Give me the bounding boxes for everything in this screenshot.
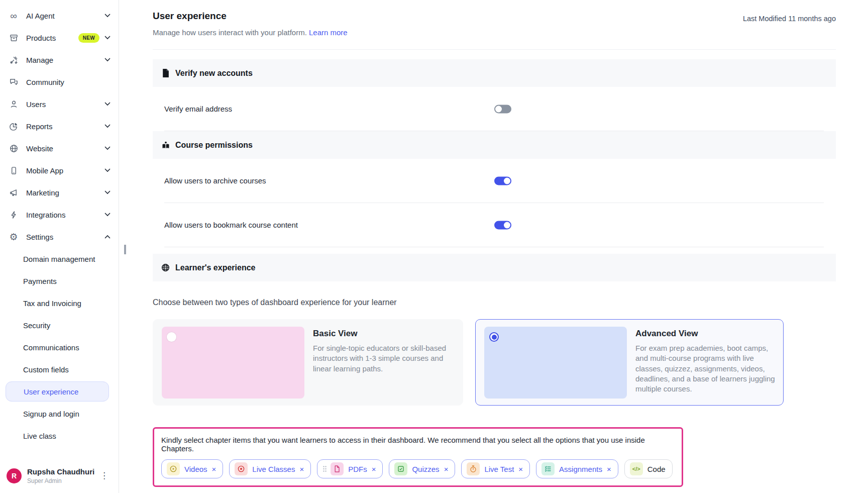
main-content: User experience Manage how users interac… bbox=[119, 0, 868, 493]
chip-label: Assignments bbox=[559, 465, 602, 473]
chip-code[interactable]: </> Code bbox=[624, 459, 673, 478]
remove-chip-icon[interactable]: × bbox=[299, 465, 304, 473]
sidebar-item-users[interactable]: Users bbox=[0, 93, 119, 115]
user-name: Rupsha Chaudhuri bbox=[27, 467, 97, 476]
pie-chart-icon bbox=[8, 121, 19, 132]
chip-live-classes[interactable]: Live Classes × bbox=[229, 459, 311, 478]
sidebar-item-label: Users bbox=[26, 100, 46, 109]
sidebar-item-settings[interactable]: ⚙ Settings bbox=[0, 226, 119, 248]
sidebar-item-reports[interactable]: Reports bbox=[0, 115, 119, 137]
sidebar-item-mobile-app[interactable]: Mobile App bbox=[0, 159, 119, 181]
chapter-items-highlight-box: Kindly select chapter items that you wan… bbox=[153, 427, 683, 487]
sidebar-item-integrations[interactable]: Integrations bbox=[0, 204, 119, 226]
sidebar-item-products[interactable]: Products NEW bbox=[0, 27, 119, 49]
page-subtitle: Manage how users interact with your plat… bbox=[153, 28, 348, 37]
chip-videos[interactable]: Videos × bbox=[161, 459, 223, 478]
sidebar-subitem-payments[interactable]: Payments bbox=[0, 270, 119, 292]
remove-chip-icon[interactable]: × bbox=[607, 465, 611, 473]
stopwatch-icon bbox=[467, 462, 480, 475]
chevron-down-icon bbox=[104, 36, 111, 40]
remove-chip-icon[interactable]: × bbox=[444, 465, 449, 473]
learn-more-link[interactable]: Learn more bbox=[309, 28, 348, 37]
chevron-down-icon bbox=[104, 190, 111, 194]
page-header: User experience Manage how users interac… bbox=[153, 0, 836, 50]
sidebar-subitem-domain-management[interactable]: Domain management bbox=[0, 248, 119, 270]
tools-icon bbox=[8, 54, 19, 65]
chapter-items-note: Kindly select chapter items that you wan… bbox=[161, 436, 674, 453]
chevron-down-icon bbox=[104, 168, 111, 172]
chip-assignments[interactable]: Assignments × bbox=[536, 459, 618, 478]
bookmark-content-row: Allow users to bookmark course content bbox=[153, 203, 836, 247]
basic-view-radio[interactable] bbox=[167, 332, 176, 342]
drag-handle-icon[interactable] bbox=[322, 465, 327, 472]
remove-chip-icon[interactable]: × bbox=[372, 465, 376, 473]
dashboard-view-options: Basic View For single-topic educators or… bbox=[153, 319, 836, 406]
archive-courses-row: Allow users to archive courses bbox=[153, 159, 836, 203]
kebab-menu-icon[interactable]: ⋮ bbox=[97, 471, 112, 480]
sidebar-item-label: Products bbox=[26, 34, 56, 42]
divider bbox=[164, 247, 824, 247]
chip-label: Quizzes bbox=[412, 465, 439, 473]
chevron-down-icon bbox=[104, 124, 111, 128]
avatar[interactable]: R bbox=[7, 468, 22, 483]
sidebar-item-label: Community bbox=[26, 78, 64, 86]
sidebar-subitem-signup-and-login[interactable]: Signup and login bbox=[0, 403, 119, 425]
sidebar: ∞ AI Agent Products NEW Manage Community… bbox=[0, 0, 119, 493]
sidebar-item-label: Settings bbox=[26, 233, 53, 241]
sidebar-item-label: Reports bbox=[26, 122, 53, 131]
reader-icon bbox=[161, 141, 170, 149]
section-title: Course permissions bbox=[175, 141, 253, 150]
sidebar-item-manage[interactable]: Manage bbox=[0, 49, 119, 71]
archive-courses-toggle[interactable] bbox=[494, 176, 511, 185]
row-label: Verify email address bbox=[164, 105, 232, 113]
globe-icon bbox=[161, 263, 170, 272]
checklist-icon bbox=[541, 462, 555, 475]
infinity-icon: ∞ bbox=[8, 10, 19, 21]
text-caret bbox=[124, 245, 126, 254]
chip-quizzes[interactable]: Quizzes × bbox=[389, 459, 455, 478]
user-role: Super Admin bbox=[27, 477, 97, 484]
sidebar-subitem-custom-fields[interactable]: Custom fields bbox=[0, 358, 119, 380]
sidebar-item-community[interactable]: Community bbox=[0, 71, 119, 93]
sidebar-item-marketing[interactable]: Marketing bbox=[0, 181, 119, 204]
megaphone-icon bbox=[8, 187, 19, 198]
sidebar-item-website[interactable]: Website bbox=[0, 137, 119, 159]
file-icon bbox=[331, 462, 344, 475]
row-label: Allow users to archive courses bbox=[164, 176, 266, 185]
advanced-view-card[interactable]: Advanced View For exam prep academies, b… bbox=[475, 319, 784, 406]
gear-icon: ⚙ bbox=[8, 231, 19, 242]
chevron-up-icon bbox=[104, 235, 111, 239]
phone-icon bbox=[8, 165, 19, 176]
sidebar-item-label: Marketing bbox=[26, 188, 59, 197]
advanced-view-radio[interactable] bbox=[489, 332, 499, 342]
sidebar-item-label: Manage bbox=[26, 56, 53, 64]
document-icon bbox=[161, 69, 170, 77]
basic-view-card[interactable]: Basic View For single-topic educators or… bbox=[153, 319, 463, 406]
section-title: Verify new accounts bbox=[175, 69, 253, 78]
remove-chip-icon[interactable]: × bbox=[518, 465, 523, 473]
chip-label: Live Classes bbox=[252, 465, 295, 473]
products-box-icon bbox=[8, 32, 19, 43]
section-verify-new-accounts: Verify new accounts bbox=[153, 59, 836, 87]
sidebar-subitem-communications[interactable]: Communications bbox=[0, 336, 119, 358]
chip-pdfs[interactable]: PDFs × bbox=[317, 459, 383, 478]
bookmark-content-toggle[interactable] bbox=[494, 221, 511, 229]
card-title: Advanced View bbox=[635, 329, 775, 339]
card-title: Basic View bbox=[313, 329, 455, 339]
sidebar-item-ai-agent[interactable]: ∞ AI Agent bbox=[0, 5, 119, 27]
sidebar-subitem-live-class[interactable]: Live class bbox=[0, 425, 119, 447]
chip-label: Live Test bbox=[484, 465, 514, 473]
basic-view-thumbnail bbox=[162, 327, 304, 399]
chat-icon bbox=[8, 76, 19, 87]
section-title: Learner's experience bbox=[175, 263, 255, 272]
sidebar-subitem-security[interactable]: Security bbox=[0, 314, 119, 336]
verify-email-toggle[interactable] bbox=[494, 105, 511, 113]
sidebar-subitem-tax-and-invoicing[interactable]: Tax and Invoicing bbox=[0, 292, 119, 314]
remove-chip-icon[interactable]: × bbox=[212, 465, 216, 473]
chip-live-test[interactable]: Live Test × bbox=[461, 459, 530, 478]
app-window: ∞ AI Agent Products NEW Manage Community… bbox=[0, 0, 868, 493]
chevron-down-icon bbox=[104, 213, 111, 217]
sidebar-subitem-user-experience[interactable]: User experience bbox=[0, 380, 119, 403]
chip-label: PDFs bbox=[348, 465, 367, 473]
last-modified: Last Modified 11 months ago bbox=[743, 15, 836, 23]
